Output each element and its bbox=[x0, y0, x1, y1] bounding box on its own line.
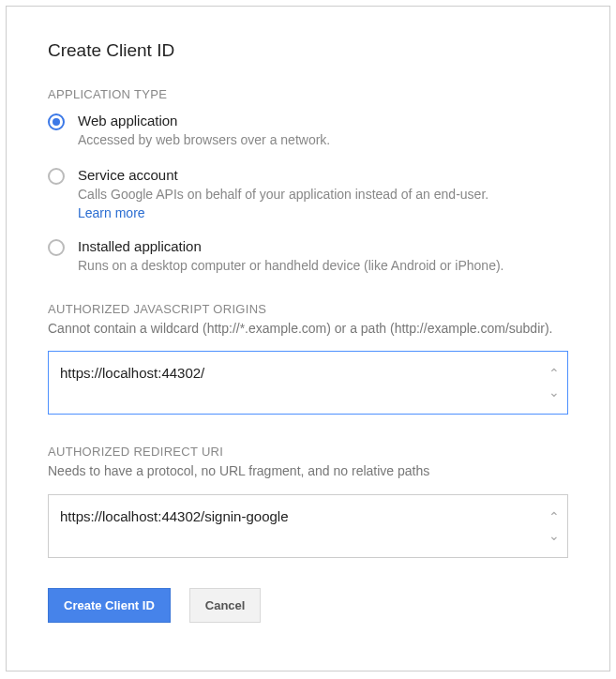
learn-more-link[interactable]: Learn more bbox=[78, 205, 145, 220]
radio-item-installed-application: Installed application Runs on a desktop … bbox=[48, 238, 568, 276]
js-origins-input[interactable] bbox=[49, 352, 545, 414]
radio-desc: Calls Google APIs on behalf of your appl… bbox=[78, 186, 568, 204]
redirect-uri-help: Needs to have a protocol, no URL fragmen… bbox=[48, 462, 568, 481]
chevron-up-icon[interactable]: ⌃ bbox=[548, 510, 560, 523]
js-origins-field-wrap: ⌃ ⌄ bbox=[48, 351, 568, 415]
js-origins-help: Cannot contain a wildcard (http://*.exam… bbox=[48, 320, 568, 339]
button-row: Create Client ID Cancel bbox=[48, 588, 568, 623]
redirect-uri-field-wrap: ⌃ ⌄ bbox=[48, 494, 568, 558]
radio-title-service-account[interactable]: Service account bbox=[78, 167, 568, 183]
chevron-down-icon[interactable]: ⌄ bbox=[548, 385, 560, 399]
spinner: ⌃ ⌄ bbox=[545, 495, 567, 557]
js-origins-label: AUTHORIZED JAVASCRIPT ORIGINS bbox=[48, 302, 568, 316]
radio-item-web-application: Web application Accessed by web browsers… bbox=[48, 113, 568, 150]
redirect-uri-input[interactable] bbox=[49, 495, 545, 557]
radio-installed-application[interactable] bbox=[48, 239, 65, 256]
radio-title-web-application[interactable]: Web application bbox=[78, 113, 568, 128]
radio-item-service-account: Service account Calls Google APIs on beh… bbox=[48, 167, 568, 222]
redirect-uri-label: AUTHORIZED REDIRECT URI bbox=[48, 445, 568, 459]
radio-desc: Accessed by web browsers over a network. bbox=[78, 131, 568, 150]
radio-title-installed-application[interactable]: Installed application bbox=[78, 238, 568, 254]
radio-service-account[interactable] bbox=[48, 168, 65, 185]
cancel-button[interactable]: Cancel bbox=[189, 588, 262, 623]
radio-content: Web application Accessed by web browsers… bbox=[78, 113, 568, 150]
radio-desc: Runs on a desktop computer or handheld d… bbox=[78, 257, 568, 276]
dialog-title: Create Client ID bbox=[48, 40, 568, 61]
radio-web-application[interactable] bbox=[48, 113, 65, 130]
application-type-label: APPLICATION TYPE bbox=[48, 87, 568, 101]
chevron-down-icon[interactable]: ⌄ bbox=[548, 529, 560, 542]
radio-content: Service account Calls Google APIs on beh… bbox=[78, 167, 568, 222]
spinner: ⌃ ⌄ bbox=[545, 352, 567, 414]
chevron-up-icon[interactable]: ⌃ bbox=[548, 367, 560, 380]
application-type-group: Web application Accessed by web browsers… bbox=[48, 113, 568, 276]
radio-content: Installed application Runs on a desktop … bbox=[78, 238, 568, 276]
create-client-id-dialog: Create Client ID APPLICATION TYPE Web ap… bbox=[6, 6, 610, 671]
create-client-id-button[interactable]: Create Client ID bbox=[48, 588, 171, 623]
